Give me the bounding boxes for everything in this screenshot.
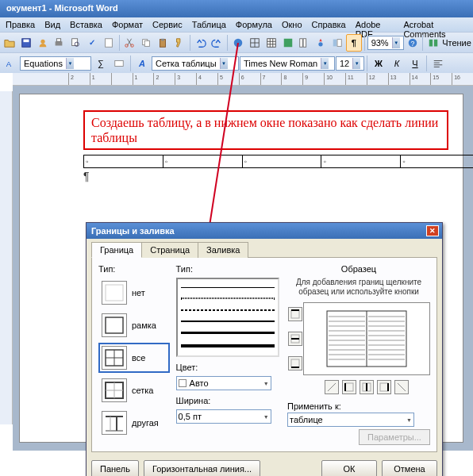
- svg-rect-25: [304, 38, 307, 47]
- read-mode-icon[interactable]: [425, 34, 441, 52]
- preview-label: Образец: [287, 264, 430, 274]
- preview-sample[interactable]: [303, 302, 430, 375]
- menu-view[interactable]: Вид: [40, 18, 64, 31]
- border-left-button[interactable]: [342, 380, 356, 394]
- menu-table[interactable]: Таблица: [188, 18, 230, 31]
- excel-icon[interactable]: [280, 34, 296, 52]
- tab-shading[interactable]: Заливка: [198, 242, 248, 258]
- open-icon[interactable]: [2, 34, 17, 52]
- hyperlink-icon[interactable]: [230, 34, 246, 52]
- spellcheck-icon[interactable]: ✓: [84, 34, 100, 52]
- svg-rect-76: [345, 383, 353, 391]
- type-none[interactable]: нет: [98, 278, 170, 308]
- color-combo[interactable]: Авто▼: [176, 376, 271, 390]
- type-custom[interactable]: другая: [98, 408, 170, 438]
- svg-rect-27: [333, 39, 336, 46]
- apply-to-combo[interactable]: таблице▼: [287, 413, 414, 427]
- border-top-button[interactable]: [288, 307, 302, 321]
- table-cell: ◦: [401, 155, 473, 168]
- zoom-value: 93%: [371, 38, 389, 48]
- underline-button[interactable]: Ч: [406, 55, 424, 72]
- svg-text:A: A: [6, 59, 12, 67]
- menu-format[interactable]: Формат: [108, 18, 147, 31]
- svg-rect-7: [105, 38, 112, 47]
- columns-icon[interactable]: [296, 34, 312, 52]
- menu-acrobat[interactable]: Acrobat Comments: [399, 18, 471, 31]
- line-style-list[interactable]: [176, 278, 279, 357]
- svg-line-75: [328, 383, 336, 391]
- svg-rect-3: [56, 41, 63, 45]
- border-hmiddle-button[interactable]: [288, 332, 302, 346]
- borders-shading-dialog: Границы и заливка ✕ Граница Страница Зал…: [86, 222, 443, 476]
- size-combo[interactable]: 12▼: [336, 56, 364, 71]
- font-combo[interactable]: Times New Roman▼: [240, 56, 335, 71]
- panel-button[interactable]: Панель: [91, 460, 139, 476]
- svg-rect-13: [161, 38, 164, 40]
- close-button[interactable]: ✕: [426, 225, 439, 236]
- type-box[interactable]: рамка: [98, 310, 170, 340]
- style-combo[interactable]: Equations▼: [20, 56, 91, 71]
- color-label: Цвет:: [176, 363, 281, 372]
- svg-rect-24: [300, 38, 303, 47]
- formula-icon[interactable]: ∑: [92, 55, 110, 72]
- svg-rect-47: [291, 310, 299, 318]
- table-cell: ◦: [242, 155, 321, 168]
- undo-icon[interactable]: [193, 34, 209, 52]
- preview-icon[interactable]: [67, 34, 83, 52]
- horizontal-ruler[interactable]: 2 1 1 2 3 4 5 6 7 8 9 10 11 12 13 14 15 …: [13, 73, 473, 86]
- doc-map-icon[interactable]: [329, 34, 345, 52]
- print-icon[interactable]: [51, 34, 67, 52]
- menu-insert[interactable]: Вставка: [66, 18, 106, 31]
- width-combo[interactable]: 0,5 пт▼: [176, 409, 271, 424]
- zoom-combo[interactable]: 93%▼: [367, 36, 404, 50]
- inserted-table[interactable]: ◦ ◦ ◦ ◦ ◦: [83, 155, 473, 168]
- research-icon[interactable]: [101, 34, 117, 52]
- svg-rect-35: [106, 285, 123, 301]
- svg-point-14: [234, 38, 243, 47]
- dialog-title: Границы и заливка: [91, 226, 175, 236]
- table-style-combo[interactable]: Сетка таблицы▼: [152, 56, 239, 71]
- menu-tools[interactable]: Сервис: [148, 18, 187, 31]
- equation-icon[interactable]: [110, 55, 128, 72]
- border-diag2-button[interactable]: [394, 380, 409, 394]
- svg-rect-1: [23, 39, 29, 42]
- tables-borders-icon[interactable]: [247, 34, 263, 52]
- menu-formula[interactable]: Формула: [232, 18, 276, 31]
- bold-button[interactable]: Ж: [370, 55, 387, 72]
- save-icon[interactable]: [18, 34, 34, 52]
- window-title: окумент1 - Microsoft Word: [0, 0, 473, 17]
- menu-adobe-pdf[interactable]: Adobe PDF: [352, 18, 398, 31]
- menu-window[interactable]: Окно: [278, 18, 306, 31]
- align-left-icon[interactable]: [429, 55, 447, 72]
- styles-pane-icon[interactable]: A: [2, 55, 19, 72]
- table-cell: ◦: [321, 155, 401, 168]
- border-diag1-button[interactable]: [325, 380, 339, 394]
- help-icon[interactable]: ?: [405, 34, 421, 52]
- border-right-button[interactable]: [377, 380, 391, 394]
- ok-button[interactable]: ОК: [321, 460, 377, 476]
- insert-table-icon[interactable]: [263, 34, 279, 52]
- show-marks-icon[interactable]: ¶: [346, 34, 362, 52]
- menu-edit[interactable]: Правка: [2, 18, 39, 31]
- tab-border[interactable]: Граница: [91, 242, 142, 258]
- redo-icon[interactable]: [210, 34, 225, 52]
- svg-rect-28: [337, 39, 341, 46]
- type-grid[interactable]: сетка: [98, 375, 170, 405]
- menu-help[interactable]: Справка: [308, 18, 350, 31]
- cut-icon[interactable]: [122, 34, 138, 52]
- italic-button[interactable]: К: [388, 55, 406, 72]
- paste-icon[interactable]: [155, 34, 171, 52]
- tab-page[interactable]: Страница: [141, 242, 198, 258]
- font-a-icon[interactable]: A: [133, 55, 151, 72]
- svg-point-2: [40, 39, 44, 43]
- permission-icon[interactable]: [35, 34, 51, 52]
- border-vmiddle-button[interactable]: [360, 380, 374, 394]
- copy-icon[interactable]: [138, 34, 154, 52]
- type-all[interactable]: все: [98, 343, 170, 373]
- width-label: Ширина:: [176, 396, 281, 405]
- cancel-button[interactable]: Отмена: [382, 460, 437, 476]
- drawing-icon[interactable]: [313, 34, 329, 52]
- horizontal-line-button[interactable]: Горизонтальная линия...: [144, 460, 260, 476]
- format-painter-icon[interactable]: [171, 34, 187, 52]
- border-bottom-button[interactable]: [288, 356, 302, 370]
